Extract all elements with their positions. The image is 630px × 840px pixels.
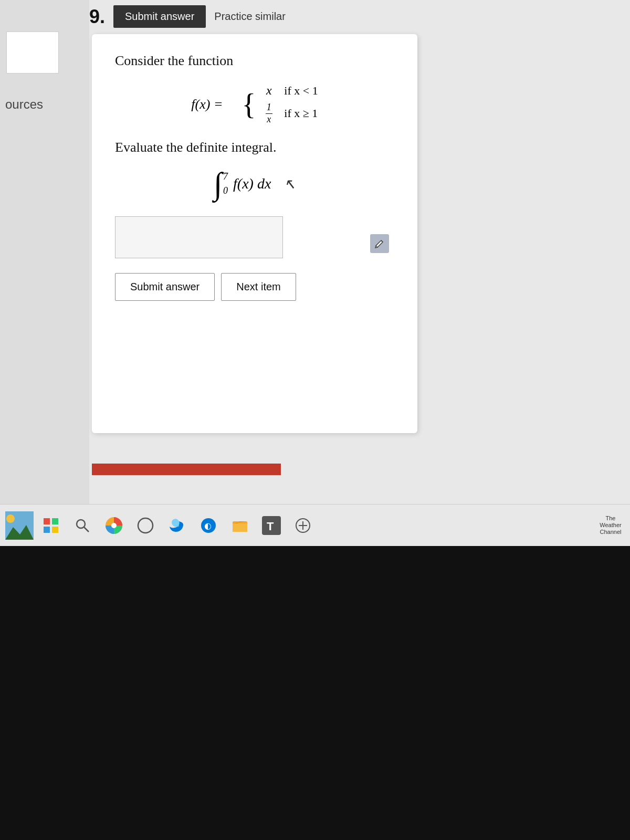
integral-body: f(x) dx xyxy=(233,175,271,192)
function-display: f(x) = { x if x < 1 1 x if x ≥ 1 xyxy=(115,83,394,125)
o-plus-icon[interactable] xyxy=(289,511,317,540)
weather-label: The Weather Channel xyxy=(596,515,625,536)
black-area xyxy=(0,546,630,840)
practice-similar-button[interactable]: Practice similar xyxy=(214,10,286,23)
next-item-button[interactable]: Next item xyxy=(221,273,296,301)
integral-display: ∫ 7 0 f(x) dx ↖ xyxy=(115,168,394,200)
function-notation: f(x) = xyxy=(191,97,223,112)
svg-rect-6 xyxy=(52,527,58,533)
taskbar-right: The Weather Channel xyxy=(596,511,625,540)
case-2: 1 x if x ≥ 1 xyxy=(261,102,318,125)
submit-answer-top-button[interactable]: Submit answer xyxy=(113,5,206,28)
red-bar xyxy=(92,464,281,475)
svg-rect-5 xyxy=(44,527,50,533)
copilot-icon[interactable]: ◐ xyxy=(194,511,223,540)
integral-symbol-wrap: ∫ 7 0 xyxy=(214,168,228,200)
svg-rect-3 xyxy=(44,518,50,524)
evaluate-text: Evaluate the definite integral. xyxy=(115,140,394,155)
pencil-icon[interactable] xyxy=(370,234,389,253)
cursor-icon: ↖ xyxy=(284,175,296,193)
top-left-box xyxy=(6,32,59,74)
windows-icon[interactable] xyxy=(37,511,65,540)
sidebar-strip xyxy=(0,0,89,525)
fraction-denominator: x xyxy=(266,114,272,125)
case2-expr: 1 x xyxy=(261,102,277,125)
circle-o-icon[interactable] xyxy=(131,511,160,540)
svg-text:T: T xyxy=(267,520,274,533)
fraction-1-over-x: 1 x xyxy=(266,102,272,125)
edge-icon[interactable] xyxy=(163,511,191,540)
landscape-icon xyxy=(5,511,34,540)
integral-symbol: ∫ xyxy=(214,168,222,200)
piecewise-cases: x if x < 1 1 x if x ≥ 1 xyxy=(261,83,318,125)
svg-rect-15 xyxy=(233,523,247,532)
svg-line-8 xyxy=(84,527,89,532)
submit-answer-button[interactable]: Submit answer xyxy=(115,273,215,301)
weather-channel-icon[interactable]: The Weather Channel xyxy=(596,511,625,540)
svg-text:◐: ◐ xyxy=(204,521,212,530)
integral-limits: 7 0 xyxy=(223,171,228,196)
svg-rect-4 xyxy=(52,518,58,524)
lower-limit: 0 xyxy=(223,185,228,196)
ources-label: ources xyxy=(5,97,43,112)
case1-condition: if x < 1 xyxy=(284,84,318,98)
case1-expr: x xyxy=(261,83,277,98)
search-bar-icon[interactable] xyxy=(68,511,97,540)
fraction-numerator: 1 xyxy=(266,102,272,114)
upper-limit: 7 xyxy=(223,171,228,182)
t-app-icon[interactable]: T xyxy=(257,511,286,540)
question-card: Consider the function f(x) = { x if x < … xyxy=(92,34,417,433)
case-1: x if x < 1 xyxy=(261,83,318,98)
question-number: 9. xyxy=(89,6,105,28)
case2-condition: if x ≥ 1 xyxy=(284,107,318,120)
svg-point-10 xyxy=(111,523,117,528)
answer-input-box[interactable] xyxy=(115,216,283,258)
consider-text: Consider the function xyxy=(115,53,394,69)
answer-area xyxy=(115,216,394,258)
color-wheel-icon[interactable] xyxy=(100,511,128,540)
file-manager-icon[interactable] xyxy=(226,511,254,540)
brace-container: { x if x < 1 1 x if x ≥ 1 xyxy=(242,83,318,125)
svg-point-7 xyxy=(77,520,85,528)
svg-point-11 xyxy=(138,518,153,533)
svg-point-2 xyxy=(6,514,15,523)
question-header: 9. Submit answer Practice similar xyxy=(89,5,286,28)
buttons-row: Submit answer Next item xyxy=(115,273,394,301)
left-brace: { xyxy=(242,90,256,119)
taskbar: ◐ T The Weather Channel xyxy=(0,504,630,546)
